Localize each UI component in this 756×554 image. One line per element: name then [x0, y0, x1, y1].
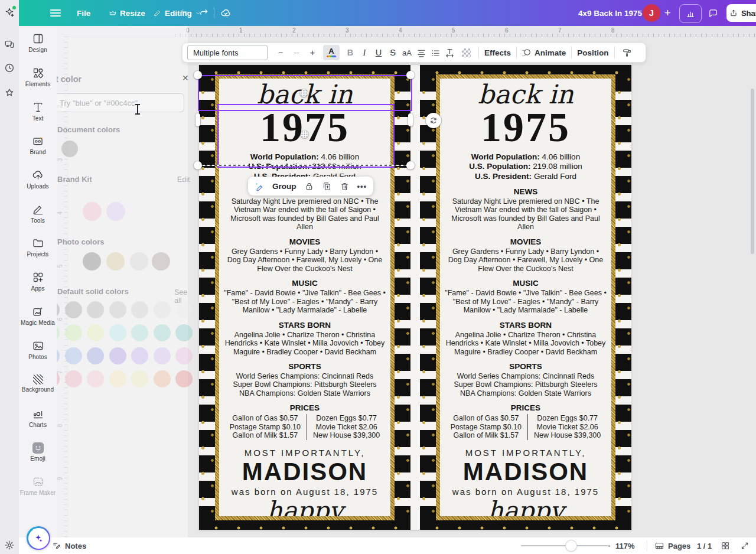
- color-swatch[interactable]: [130, 252, 148, 271]
- share-button[interactable]: Share: [726, 4, 756, 22]
- poster-script-footer[interactable]: happy birthday!: [445, 498, 607, 516]
- sidebar-item-apps[interactable]: Apps: [19, 265, 57, 299]
- poster-section-sports[interactable]: SPORTS World Series Champions: Cincinnat…: [445, 362, 607, 397]
- bold-button[interactable]: B: [343, 45, 357, 60]
- brand-kit-edit-link[interactable]: Edit: [177, 175, 190, 184]
- poster-script-footer[interactable]: happy birthday!: [224, 498, 386, 516]
- poster-born-line[interactable]: was born on August 18, 1975: [445, 487, 607, 497]
- underline-button[interactable]: U: [372, 45, 386, 60]
- color-swatch[interactable]: [131, 347, 148, 364]
- starred-icon[interactable]: [4, 87, 15, 98]
- poster-section-stars-born[interactable]: STARS BORN Angelina Jolie • Charlize The…: [445, 321, 607, 356]
- avatar[interactable]: J: [643, 4, 660, 22]
- sidebar-item-uploads[interactable]: Uploads: [19, 162, 57, 197]
- color-swatch[interactable]: [152, 252, 170, 271]
- redo-button[interactable]: [198, 0, 209, 26]
- poster-section-sports[interactable]: SPORTS World Series Champions: Cincinnat…: [224, 362, 386, 397]
- devices-icon[interactable]: [4, 39, 15, 50]
- poster-section-prices[interactable]: PRICES Gallon of Gas $0.57 Postage Stamp…: [445, 403, 607, 439]
- poster-right[interactable]: back in 1975 World Population: 4.06 bill…: [420, 65, 631, 530]
- text-align-button[interactable]: [414, 45, 428, 60]
- color-swatch[interactable]: [65, 370, 82, 387]
- color-swatch[interactable]: [131, 370, 148, 387]
- color-swatch[interactable]: [109, 370, 126, 387]
- poster-section-prices[interactable]: PRICES Gallon of Gas $0.57 Postage Stamp…: [224, 403, 386, 439]
- poster-most-importantly[interactable]: MOST IMPORTANTLY,: [224, 448, 386, 458]
- document-title[interactable]: 4x9 Back In 1975: [578, 0, 642, 26]
- color-swatch[interactable]: [175, 370, 193, 387]
- color-swatch[interactable]: [87, 301, 104, 318]
- poster-section-movies[interactable]: MOVIES Grey Gardens • Funny Lady • Barry…: [224, 237, 386, 273]
- color-swatch[interactable]: [83, 202, 102, 221]
- cloud-save-status[interactable]: [220, 0, 232, 26]
- sidebar-item-text[interactable]: Text: [19, 94, 57, 128]
- lock-icon[interactable]: [304, 181, 314, 191]
- panel-close-icon[interactable]: ✕: [182, 73, 189, 83]
- text-color-button[interactable]: A: [323, 45, 340, 60]
- settings-gear-icon[interactable]: [4, 540, 15, 550]
- color-swatch[interactable]: [87, 370, 104, 387]
- color-swatch[interactable]: [131, 324, 148, 341]
- poster-section-stars-born[interactable]: STARS BORN Angelina Jolie • Charlize The…: [224, 321, 386, 356]
- color-swatch[interactable]: [131, 301, 148, 318]
- duplicate-icon[interactable]: [322, 181, 332, 191]
- zoom-slider-track[interactable]: [521, 545, 608, 546]
- delete-trash-icon[interactable]: [340, 181, 350, 191]
- sidebar-item-photos[interactable]: Photos: [19, 333, 57, 367]
- zoom-level[interactable]: 117%: [615, 537, 635, 554]
- italic-button[interactable]: I: [357, 45, 372, 60]
- color-swatch[interactable]: [154, 324, 171, 341]
- text-case-button[interactable]: aA: [400, 45, 414, 60]
- poster-section-music[interactable]: MUSIC "Fame" - David Bowie • "Jive Talki…: [445, 279, 607, 314]
- rotate-handle[interactable]: [426, 113, 441, 128]
- sidebar-item-elements[interactable]: Elements: [19, 60, 57, 94]
- color-swatch[interactable]: [109, 347, 126, 364]
- color-swatch[interactable]: [154, 301, 171, 318]
- canva-home-icon[interactable]: [4, 7, 15, 18]
- poster-design[interactable]: back in 1975 World Population: 4.06 bill…: [420, 65, 631, 530]
- poster-name[interactable]: MADISON: [224, 459, 386, 485]
- color-swatch[interactable]: [83, 252, 101, 271]
- copy-style-button[interactable]: [620, 45, 634, 60]
- poster-name[interactable]: MADISON: [445, 459, 607, 485]
- text-drag-handle[interactable]: [300, 89, 308, 97]
- selection-corner-handle-bl[interactable]: [194, 161, 202, 170]
- list-button[interactable]: [428, 45, 442, 60]
- scrollbar-thumb[interactable]: [751, 89, 754, 254]
- color-swatch[interactable]: [65, 347, 82, 364]
- editing-mode-menu[interactable]: Editing: [154, 0, 201, 26]
- grid-view-button[interactable]: [721, 537, 730, 554]
- color-search-box[interactable]: [54, 93, 184, 112]
- font-size-increase-button[interactable]: +: [305, 45, 320, 60]
- add-member-button[interactable]: +: [664, 0, 671, 26]
- poster-year[interactable]: 1975: [445, 108, 607, 148]
- sidebar-item-magic-media[interactable]: Magic Media: [19, 299, 57, 333]
- selection-corner-handle-br[interactable]: [406, 161, 415, 170]
- strikethrough-button[interactable]: S: [386, 45, 400, 60]
- sidebar-item-frame-maker[interactable]: Frame Maker: [19, 469, 57, 503]
- color-swatch[interactable]: [65, 324, 82, 341]
- comments-button[interactable]: [704, 4, 722, 22]
- poster-section-movies[interactable]: MOVIES Grey Gardens • Funny Lady • Barry…: [445, 237, 607, 273]
- font-size-decrease-button[interactable]: −: [273, 45, 288, 60]
- selection-corner-handle-tr[interactable]: [406, 71, 415, 79]
- main-menu-button[interactable]: [50, 0, 61, 26]
- poster-born-line[interactable]: was born on August 18, 1975: [224, 487, 386, 497]
- color-search-input[interactable]: [55, 94, 184, 112]
- poster-most-importantly[interactable]: MOST IMPORTANTLY,: [445, 448, 607, 458]
- selection-side-handle-left[interactable]: [195, 113, 200, 126]
- color-swatch[interactable]: [109, 301, 126, 318]
- color-swatch[interactable]: [87, 347, 104, 364]
- undo-button[interactable]: [180, 0, 190, 26]
- color-swatch[interactable]: [61, 141, 78, 157]
- color-swatch[interactable]: [175, 301, 193, 318]
- text-spacing-button[interactable]: [442, 45, 457, 60]
- group-button[interactable]: Group: [272, 182, 296, 191]
- pages-button[interactable]: Pages: [654, 537, 690, 554]
- zoom-slider-handle[interactable]: [566, 540, 576, 551]
- font-size-value[interactable]: --: [288, 45, 305, 60]
- more-options-button[interactable]: •••: [357, 182, 367, 191]
- selection-corner-handle-tl[interactable]: [194, 71, 202, 79]
- font-family-selector[interactable]: Multiple fonts: [187, 45, 268, 60]
- poster-section-news[interactable]: NEWS Saturday Night Live premiered on NB…: [445, 187, 607, 232]
